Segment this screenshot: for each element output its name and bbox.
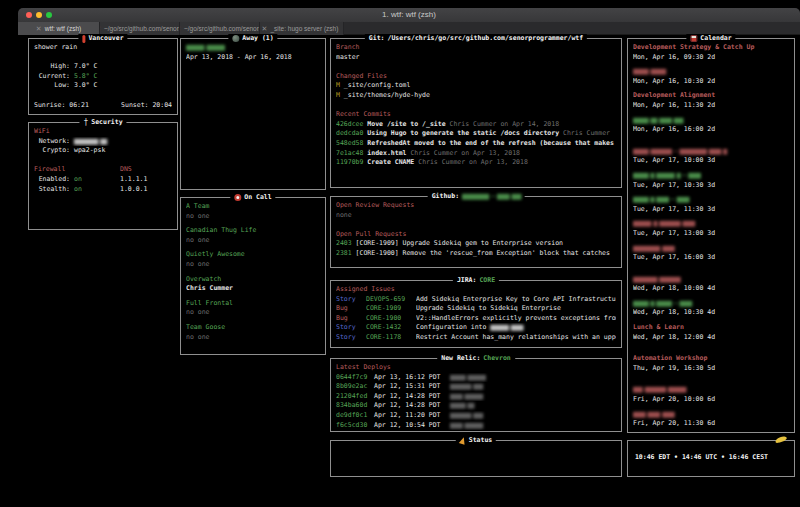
calendar-event: ▆▆▆ ▆▆▆▆▆▆▆ ▆▆▆▆▆▆Fri, Apr 20, 10:00 6d	[633, 385, 789, 404]
close-icon[interactable]: ✕	[262, 25, 268, 32]
firewall-stealth-value: on	[74, 185, 82, 195]
jira-issues-header: Assigned Issues	[336, 285, 616, 295]
jira-issue-row: StoryCORE-1432Configuration into ▆▆▆▆▆▆ …	[336, 323, 616, 333]
fencer-icon: †	[83, 119, 88, 127]
away-title: Away (1)	[242, 34, 273, 43]
calendar-widget-title: Calendar	[686, 34, 735, 43]
banana-icon	[775, 435, 788, 444]
close-icon[interactable]: ✕	[36, 25, 42, 32]
clocks-widget: 10:46 EDT • 14:46 UTC • 16:46 CEST	[627, 440, 795, 477]
oncall-person: no one	[186, 236, 320, 246]
jira-widget-title: JIRA: CORE	[453, 276, 499, 285]
jira-issue-row: BugCORE-1909Upgrade Sidekiq to Sidekiq E…	[336, 304, 616, 314]
dns-secondary: 1.0.0.1	[120, 185, 147, 195]
close-icon[interactable]: ✕	[180, 25, 181, 32]
window-title: 1. wtf: wtf (zsh)	[18, 8, 800, 22]
weather-high-value: 7.0° C	[74, 62, 97, 72]
oncall-person: no one	[186, 260, 320, 270]
window-titlebar[interactable]: 1. wtf: wtf (zsh)	[18, 8, 800, 22]
newrelic-app: Chevron	[483, 354, 510, 363]
github-widget: Github: ▆▆▆▆▆▆▆▆▆ — ▆▆▆▆ ▆▆▆ Open Review…	[330, 196, 622, 268]
jira-widget: JIRA: CORE Assigned Issues StoryDEVOPS-6…	[330, 280, 622, 348]
calendar-event: ▆▆▆▆▆▆▆▆ ▆▆▆▆▆▆▆Wed, Apr 18, 10:00 4d	[633, 275, 789, 294]
github-pr-header: Open Pull Requests	[336, 230, 616, 240]
away-widget-title: Away (1)	[228, 34, 277, 43]
dns-primary: 1.1.1.1	[120, 175, 147, 185]
jira-project: CORE	[479, 276, 495, 285]
calendar-event: ▆▆▆▆▆ ▆▆ ▆▆▆▆ ▆▆▆Mon, Apr 16, 16:00 2d	[633, 116, 789, 135]
github-review-header: Open Review Requests	[336, 201, 616, 211]
network-label: Network:	[34, 137, 70, 147]
calendar-event: ▆▆▆▆▆ ▆ ▆▆▆▆▆ — ▆▆▆▆Wed, Apr 18, 10:30 4…	[633, 299, 789, 318]
tab-label: wtf: wtf (zsh)	[45, 25, 81, 32]
weather-condition: shower rain	[34, 43, 172, 53]
git-commit-row: 11970b9 Create CNAME Chris Cummer on Apr…	[336, 158, 616, 168]
git-commit-row: dedcda0 Using Hugo to generate the stati…	[336, 129, 616, 139]
away-dates: Apr 13, 2018 - Apr 16, 2018	[186, 53, 320, 63]
calendar-event: Automation WorkshopThu, Apr 19, 16:30 5d	[633, 354, 789, 373]
jira-issue-row: StoryDEVOPS-659Add Sidekiq Enterprise Ke…	[336, 295, 616, 305]
jira-issue-row: BugCORE-1900V2::HandleErrors explicitly …	[336, 314, 616, 324]
crypto-value: wpa2-psk	[74, 146, 105, 156]
calendar-event: Development Strategy & Catch UpMon, Apr …	[633, 43, 789, 62]
oncall-person: no one	[186, 333, 320, 343]
desktop: 1. wtf: wtf (zsh) ✕ wtf: wtf (zsh) ✕ ~/g…	[0, 0, 800, 507]
git-commits-header: Recent Commits	[336, 110, 616, 120]
oncall-team: A Team	[186, 202, 320, 212]
oncall-person: no one	[186, 212, 320, 222]
calendar-title: Calendar	[700, 34, 731, 43]
git-changed-file: M _site/config.toml	[336, 81, 616, 91]
terminal-screen: Vancouver shower rain High:7.0° C Curren…	[18, 35, 800, 507]
newrelic-deploys-header: Latest Deploys	[336, 363, 616, 373]
weather-widget: Vancouver shower rain High:7.0° C Curren…	[28, 38, 178, 115]
weather-high-label: High:	[34, 62, 70, 72]
oncall-team: Quietly Awesome	[186, 250, 320, 260]
globe-icon	[232, 35, 239, 42]
status-widget-title: Status	[456, 436, 496, 445]
away-widget: Away (1) ▆▆▆▆▆▆ ▆▆▆▆▆▆ Apr 13, 2018 - Ap…	[180, 38, 326, 190]
firewall-enabled-value: on	[74, 175, 82, 185]
oncall-team: Canadian Thug Life	[186, 226, 320, 236]
dns-header: DNS	[120, 165, 132, 175]
calendar-event: ▆▆▆▆▆▆ ▆ ▆▆▆▆▆▆▆ ▆▆▆▆Tue, Apr 17, 13:00 …	[633, 219, 789, 238]
oncall-person: Chris Cummer	[186, 284, 320, 294]
away-person-redacted: ▆▆▆▆▆▆ ▆▆▆▆▆▆	[186, 43, 320, 53]
git-commit-row: 426dcee Move /site to /_site Chris Cumme…	[336, 120, 616, 130]
world-clocks: 10:46 EDT • 14:46 UTC • 16:46 CEST	[635, 453, 768, 463]
weather-city: Vancouver	[88, 34, 123, 43]
network-value-redacted: ▆▆▆▆▆▆▆▆ ▆▆	[74, 137, 106, 147]
jira-title-label: JIRA:	[457, 276, 477, 285]
firewall-header: Firewall	[34, 165, 120, 175]
calendar-event: Lunch & LearnWed, Apr 18, 12:00 4d	[633, 323, 789, 342]
terminal-window: 1. wtf: wtf (zsh) ✕ wtf: wtf (zsh) ✕ ~/g…	[18, 8, 800, 507]
github-review-empty: none	[336, 211, 616, 221]
weather-sunrise: Sunrise: 06:21	[34, 101, 89, 111]
deploy-row: 0644f7c9Apr 13, 16:12 PDT▆▆▆▆▆ ▆▆▆▆▆▆	[336, 373, 616, 383]
oncall-team: Full Frontal	[186, 299, 320, 309]
oncall-entry: Full Frontal no one	[186, 299, 320, 318]
security-widget: † Security WiFi Network:▆▆▆▆▆▆▆▆ ▆▆ Cryp…	[28, 122, 178, 230]
newrelic-widget-title: New Relic: Chevron	[437, 354, 515, 363]
oncall-entry: Team Goose no one	[186, 323, 320, 342]
alarm-clock-icon	[234, 194, 241, 201]
firewall-stealth-label: Stealth:	[34, 185, 70, 195]
git-commit-row: 548ed58 RefreshedAt moved to the end of …	[336, 139, 616, 149]
calendar-widget: Calendar Development Strategy & Catch Up…	[627, 38, 795, 433]
thermometer-icon	[82, 35, 85, 43]
git-branch-header: Branch	[336, 43, 616, 53]
oncall-entry: Canadian Thug Life no one	[186, 226, 320, 245]
minimize-button[interactable]	[36, 12, 42, 18]
oncall-title: On Call	[244, 193, 271, 202]
calendar-event: ▆▆▆▆▆ ▆▆▆▆▆▆▆ — ▆▆▆▆▆▆▆▆▆ ▆▆▆▆ ▆Tue, Apr…	[633, 147, 789, 166]
zoom-button[interactable]	[46, 12, 52, 18]
close-icon[interactable]: ✕	[100, 25, 101, 32]
deploy-row: 834ba60dApr 12, 14:28 PDT▆▆▆▆▆ ▆▆	[336, 401, 616, 411]
deploy-row: de9df0c1Apr 12, 11:20 PDT▆▆▆▆▆▆▆ ▆▆▆	[336, 411, 616, 421]
github-pr-row: 2381 [CORE-1900] Remove the 'rescue_from…	[336, 249, 616, 259]
git-widget-title: Git: /Users/chris/go/src/github.com/seno…	[365, 34, 587, 43]
close-button[interactable]	[26, 12, 32, 18]
weather-current-value: 5.8° C	[74, 72, 97, 82]
newrelic-title-label: New Relic:	[441, 354, 480, 363]
tab-label: ~/go/src/github.com/senor...	[104, 25, 180, 32]
weather-sunset: Sunset: 20:04	[121, 101, 172, 111]
